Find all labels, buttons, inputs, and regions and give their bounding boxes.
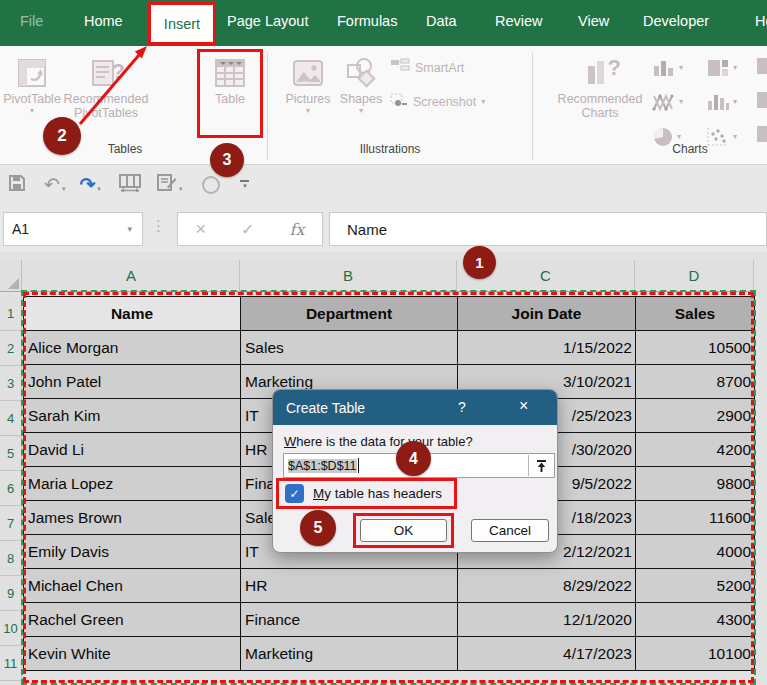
excel-window: File Home Page Layout Formulas Data Revi…: [0, 0, 767, 685]
dialog-help-icon[interactable]: ?: [458, 399, 466, 415]
row-header[interactable]: 3: [0, 366, 22, 401]
row-header[interactable]: 1: [0, 296, 22, 331]
cell[interactable]: Sarah Kim: [24, 399, 241, 433]
cell[interactable]: 10500: [636, 331, 755, 365]
pictures-button[interactable]: Pictures ▾: [282, 54, 334, 116]
row-header[interactable]: 8: [0, 541, 22, 576]
recommended-pivottables-button[interactable]: ? Recommended PivotTables: [60, 54, 152, 120]
chevron-down-icon[interactable]: ▾: [306, 106, 310, 116]
row-header[interactable]: 10: [0, 611, 22, 646]
row-header[interactable]: 7: [0, 506, 22, 541]
tab-review[interactable]: Review: [495, 13, 543, 29]
cell[interactable]: 5200: [636, 569, 755, 603]
cell[interactable]: 4000: [636, 535, 755, 569]
name-box-dropdown-icon[interactable]: ▾: [127, 224, 132, 234]
tab-page-layout[interactable]: Page Layout: [227, 13, 308, 29]
chevron-down-icon[interactable]: ▾: [481, 97, 485, 107]
cell[interactable]: James Brown: [24, 501, 241, 535]
headers-checkbox-label[interactable]: My table has headers: [313, 486, 442, 501]
my-table-has-headers-checkbox[interactable]: ✓: [285, 484, 304, 503]
pivottable-button[interactable]: PivotTable ▾: [4, 54, 60, 116]
insert-column-chart-button[interactable]: ▾: [652, 58, 683, 78]
ok-button[interactable]: OK: [360, 519, 447, 542]
cell[interactable]: 8700: [636, 365, 755, 399]
recommended-charts-button[interactable]: ? Recommended Charts: [556, 54, 644, 120]
cell-b1[interactable]: Department: [241, 297, 458, 331]
cell[interactable]: 10100: [636, 637, 755, 671]
insert-line-chart-button[interactable]: ▾: [652, 92, 683, 112]
cancel-button[interactable]: Cancel: [471, 519, 549, 542]
save-icon[interactable]: [8, 174, 26, 196]
tab-file[interactable]: File: [20, 13, 43, 29]
formula-bar-splitter-icon[interactable]: ⋮: [151, 217, 166, 235]
cell[interactable]: 12/1/2020: [458, 603, 636, 637]
form-edit-icon[interactable]: [157, 174, 177, 196]
insert-function-icon[interactable]: fx: [290, 220, 305, 239]
cell[interactable]: 2900: [636, 399, 755, 433]
cell-a1[interactable]: Name: [24, 297, 241, 331]
column-header-a[interactable]: A: [23, 260, 240, 292]
cell[interactable]: 4200: [636, 433, 755, 467]
cell[interactable]: Michael Chen: [24, 569, 241, 603]
insert-histogram-chart-button[interactable]: ▾: [706, 92, 737, 112]
circle-shape-icon[interactable]: [202, 176, 220, 194]
cell[interactable]: Kevin White: [24, 637, 241, 671]
row-header[interactable]: 9: [0, 576, 22, 611]
cell[interactable]: 4/17/2023: [458, 637, 636, 671]
cell[interactable]: Emily Davis: [24, 535, 241, 569]
name-box[interactable]: A1 ▾: [3, 212, 143, 246]
screenshot-button[interactable]: Screenshot ▾: [390, 93, 485, 111]
row-header[interactable]: 5: [0, 436, 22, 471]
column-header-b[interactable]: B: [240, 260, 457, 292]
column-width-icon[interactable]: [119, 174, 141, 196]
cell[interactable]: 11600: [636, 501, 755, 535]
row-header[interactable]: 6: [0, 471, 22, 506]
tab-help[interactable]: Help: [755, 13, 767, 29]
cell-c1[interactable]: Join Date: [458, 297, 636, 331]
collapse-dialog-button[interactable]: [528, 455, 553, 476]
smartart-button[interactable]: SmartArt: [390, 58, 464, 77]
column-header-d[interactable]: D: [635, 260, 754, 292]
cell[interactable]: Sales: [241, 331, 458, 365]
chevron-down-icon[interactable]: ▾: [30, 106, 34, 116]
cell[interactable]: David Li: [24, 433, 241, 467]
select-all-button[interactable]: [0, 260, 22, 292]
cell[interactable]: HR: [241, 569, 458, 603]
table-button[interactable]: Table: [200, 54, 260, 106]
enter-check-icon[interactable]: ✓: [241, 220, 254, 239]
redo-icon[interactable]: ↷: [79, 175, 95, 195]
chevron-down-icon[interactable]: ▾: [179, 185, 183, 193]
tab-developer[interactable]: Developer: [643, 13, 709, 29]
cell[interactable]: John Patel: [24, 365, 241, 399]
row-header[interactable]: 4: [0, 401, 22, 436]
tab-formulas[interactable]: Formulas: [337, 13, 397, 29]
cell[interactable]: 8/29/2022: [458, 569, 636, 603]
chevron-down-icon[interactable]: ▾: [97, 185, 101, 193]
row-header[interactable]: 2: [0, 331, 22, 366]
undo-icon[interactable]: ↶: [44, 175, 60, 195]
dialog-close-icon[interactable]: ×: [519, 397, 528, 415]
chevron-down-icon[interactable]: ▾: [359, 106, 363, 116]
insert-hierarchy-chart-button[interactable]: ▾: [706, 58, 737, 78]
cell[interactable]: Rachel Green: [24, 603, 241, 637]
dialog-title-bar[interactable]: Create Table: [273, 390, 557, 425]
tab-home[interactable]: Home: [84, 13, 123, 29]
cell[interactable]: Finance: [241, 603, 458, 637]
chevron-down-icon[interactable]: ▾: [62, 185, 66, 193]
qat-overflow-icon[interactable]: ▾: [240, 180, 249, 190]
row-header[interactable]: 11: [0, 646, 22, 681]
tab-insert[interactable]: Insert: [148, 2, 216, 45]
cell[interactable]: 4300: [636, 603, 755, 637]
cell[interactable]: Maria Lopez: [24, 467, 241, 501]
shapes-button[interactable]: Shapes ▾: [336, 54, 386, 116]
tab-data[interactable]: Data: [426, 13, 457, 29]
cell-d1[interactable]: Sales: [636, 297, 755, 331]
cell[interactable]: 1/15/2022: [458, 331, 636, 365]
name-box-value: A1: [12, 221, 29, 237]
cancel-icon[interactable]: ×: [196, 219, 207, 240]
tab-view[interactable]: View: [578, 13, 609, 29]
cell[interactable]: Alice Morgan: [24, 331, 241, 365]
cell[interactable]: 9800: [636, 467, 755, 501]
cell[interactable]: Marketing: [241, 637, 458, 671]
formula-bar[interactable]: Name: [329, 212, 767, 246]
